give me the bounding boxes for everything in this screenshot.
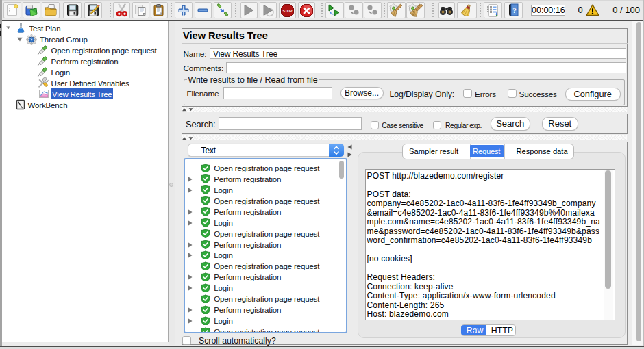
svg-text:STOP: STOP xyxy=(282,9,293,13)
svg-text:?: ? xyxy=(512,5,517,14)
